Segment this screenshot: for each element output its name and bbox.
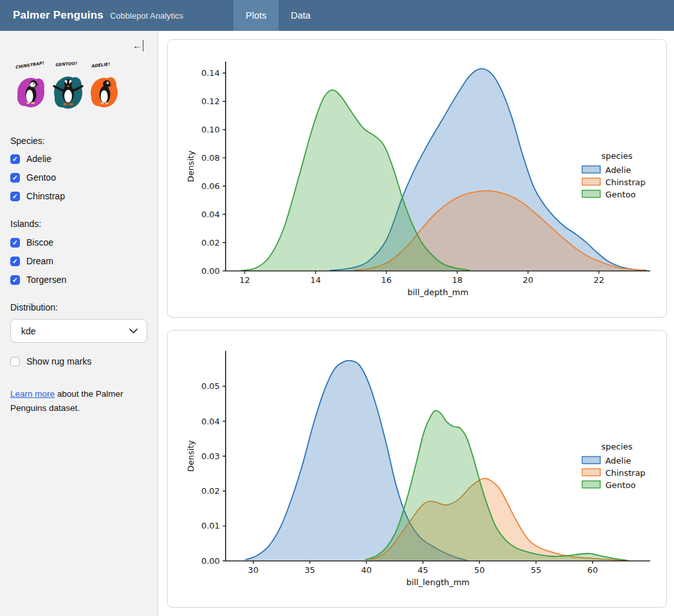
chevron-down-icon <box>129 329 138 334</box>
svg-text:Chinstrap: Chinstrap <box>605 468 645 478</box>
tab-data[interactable]: Data <box>278 0 323 31</box>
svg-text:0.02: 0.02 <box>201 238 220 248</box>
svg-text:0.03: 0.03 <box>201 451 220 461</box>
svg-text:22: 22 <box>594 275 604 285</box>
app-title: Palmer Penguins <box>13 9 104 22</box>
svg-text:Gentoo: Gentoo <box>605 480 635 490</box>
checkbox-island-biscoe[interactable]: Biscoe <box>10 237 147 248</box>
main-content: 1214161820220.000.020.040.060.080.100.12… <box>158 31 674 616</box>
gentoo-penguin-art: GENTOO! <box>54 61 82 109</box>
svg-text:0.00: 0.00 <box>201 556 220 566</box>
svg-text:CHINSTRAP!: CHINSTRAP! <box>15 60 45 70</box>
islands-group-label: Islands: <box>10 219 147 229</box>
svg-text:60: 60 <box>587 565 597 575</box>
svg-text:GENTOO!: GENTOO! <box>55 61 78 68</box>
navbar-tabs: Plots Data <box>233 0 323 31</box>
svg-text:species: species <box>601 151 633 161</box>
adelie-penguin-art: ADÉLIE! <box>91 61 118 107</box>
svg-text:Adelie: Adelie <box>605 456 631 466</box>
svg-text:0.12: 0.12 <box>201 96 220 106</box>
checkbox-show-rug-marks[interactable]: Show rug marks <box>10 356 147 367</box>
svg-text:45: 45 <box>417 565 428 575</box>
checkbox-species-chinstrap[interactable]: Chinstrap <box>10 191 147 201</box>
navbar: Palmer Penguins Cobblepot Analytics Plot… <box>0 0 674 31</box>
checkbox-species-chinstrap-box[interactable] <box>10 192 20 201</box>
svg-text:bill_length_mm: bill_length_mm <box>406 577 469 587</box>
svg-text:0.04: 0.04 <box>201 210 220 219</box>
svg-text:50: 50 <box>474 565 484 575</box>
app-subtitle: Cobblepot Analytics <box>110 11 183 21</box>
svg-text:35: 35 <box>305 565 315 575</box>
svg-text:18: 18 <box>452 275 462 285</box>
checkbox-island-torgersen[interactable]: Torgersen <box>10 275 147 285</box>
checkbox-island-biscoe-box[interactable] <box>10 238 20 248</box>
checkbox-species-adelie-box[interactable] <box>10 154 20 164</box>
svg-text:Density: Density <box>186 440 196 471</box>
distribution-select-value: kde <box>21 326 36 336</box>
species-group-label: Species: <box>10 136 147 146</box>
svg-text:0.05: 0.05 <box>201 381 220 391</box>
svg-text:0.06: 0.06 <box>201 181 220 191</box>
sidebar: ← CHINSTRAP! <box>0 31 158 616</box>
checkbox-species-gentoo-box[interactable] <box>10 173 20 183</box>
learn-more-link[interactable]: Learn more <box>10 389 55 399</box>
density-plot-bill-depth: 1214161820220.000.020.040.060.080.100.12… <box>168 40 666 317</box>
svg-text:bill_depth_mm: bill_depth_mm <box>407 287 468 297</box>
svg-text:0.08: 0.08 <box>201 153 220 163</box>
density-plot-bill-length: 303540455055600.000.010.020.030.040.05bi… <box>168 331 666 607</box>
collapse-sidebar-icon[interactable]: ← <box>132 40 143 51</box>
distribution-label: Distribution: <box>10 302 147 313</box>
checkbox-species-adelie[interactable]: Adelie <box>10 154 147 164</box>
svg-text:55: 55 <box>531 565 541 575</box>
svg-text:Gentoo: Gentoo <box>605 190 635 199</box>
checkbox-island-dream[interactable]: Dream <box>10 256 147 266</box>
svg-text:30: 30 <box>248 565 259 575</box>
svg-text:12: 12 <box>239 275 250 285</box>
svg-text:0.02: 0.02 <box>201 486 220 496</box>
svg-text:0.14: 0.14 <box>201 68 220 78</box>
svg-text:Density: Density <box>186 150 196 182</box>
svg-text:14: 14 <box>310 275 320 285</box>
chinstrap-penguin-art: CHINSTRAP! <box>15 60 45 107</box>
tab-plots[interactable]: Plots <box>233 0 278 31</box>
checkbox-species-gentoo[interactable]: Gentoo <box>10 172 147 183</box>
svg-text:0.10: 0.10 <box>201 125 220 134</box>
checkbox-island-dream-box[interactable] <box>10 257 20 266</box>
card-bill-depth: 1214161820220.000.020.040.060.080.100.12… <box>167 39 667 318</box>
card-bill-length: 303540455055600.000.010.020.030.040.05bi… <box>167 330 667 608</box>
checkbox-show-rug-marks-box[interactable] <box>10 357 20 367</box>
dataset-note: Learn more about the Palmer Penguins dat… <box>10 387 144 415</box>
checkbox-island-torgersen-box[interactable] <box>10 275 20 285</box>
distribution-select[interactable]: kde <box>10 319 147 343</box>
svg-text:0.01: 0.01 <box>201 521 220 531</box>
penguins-artwork: CHINSTRAP! GENTOO! <box>10 59 121 116</box>
svg-text:16: 16 <box>381 275 392 285</box>
svg-text:0.04: 0.04 <box>201 417 220 426</box>
brand: Palmer Penguins Cobblepot Analytics <box>0 0 233 31</box>
svg-text:Adelie: Adelie <box>605 165 631 175</box>
svg-text:species: species <box>601 442 633 451</box>
svg-text:0.00: 0.00 <box>201 266 220 276</box>
svg-text:40: 40 <box>361 565 371 575</box>
svg-text:Chinstrap: Chinstrap <box>605 177 645 187</box>
svg-text:ADÉLIE!: ADÉLIE! <box>91 61 111 69</box>
svg-text:20: 20 <box>523 275 533 285</box>
